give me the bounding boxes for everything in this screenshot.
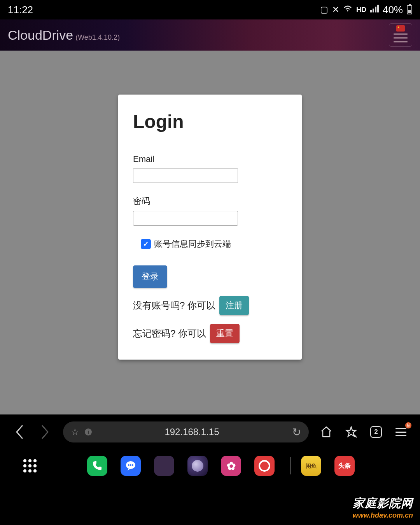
- password-input[interactable]: [133, 211, 238, 226]
- wifi-icon: [343, 5, 352, 15]
- samsung-apps-icon[interactable]: [154, 456, 174, 476]
- email-input[interactable]: [133, 168, 238, 183]
- svg-rect-3: [377, 5, 379, 12]
- home-button[interactable]: [319, 425, 334, 439]
- forward-button[interactable]: [37, 424, 53, 440]
- svg-point-8: [130, 464, 131, 466]
- app-header: CloudDrive (Web1.4.10.2): [0, 19, 420, 51]
- url-text: 192.168.1.15: [97, 427, 287, 437]
- camera-app-icon[interactable]: [254, 456, 275, 476]
- svg-rect-2: [375, 7, 376, 12]
- battery-icon: [407, 5, 412, 14]
- status-time: 11:22: [8, 4, 33, 16]
- flag-icon: [396, 25, 405, 32]
- svg-point-9: [132, 464, 133, 466]
- messages-app-icon[interactable]: [121, 456, 141, 476]
- app-drawer-button[interactable]: [23, 459, 37, 472]
- app-name: CloudDrive: [8, 28, 73, 43]
- menu-button[interactable]: [389, 23, 412, 47]
- sync-label: 账号信息同步到云端: [154, 238, 231, 250]
- status-icons: ▢ ✕ HD 40%: [320, 4, 412, 16]
- site-info-icon[interactable]: i: [85, 428, 92, 435]
- alarm-icon: ▢: [320, 5, 328, 15]
- tab-count: 2: [370, 426, 382, 438]
- password-group: 密码: [133, 195, 287, 226]
- gallery-app-icon[interactable]: [221, 456, 241, 476]
- bookmarks-button[interactable]: [344, 425, 359, 439]
- reset-button[interactable]: 重置: [210, 324, 240, 343]
- reset-row: 忘记密码? 你可以 重置: [133, 324, 287, 343]
- watermark-line2: www.hdav.com.cn: [353, 511, 413, 520]
- signal-icon: [370, 5, 379, 15]
- xianyu-app-icon[interactable]: 闲鱼: [301, 456, 321, 476]
- register-row: 没有账号吗? 你可以 注册: [133, 296, 287, 315]
- login-button[interactable]: 登录: [133, 265, 167, 288]
- toutiao-app-icon[interactable]: 头条: [334, 456, 355, 476]
- app-title: CloudDrive (Web1.4.10.2): [8, 28, 120, 43]
- svg-rect-0: [370, 10, 372, 12]
- back-button[interactable]: [12, 424, 27, 440]
- register-prompt: 没有账号吗? 你可以: [133, 299, 215, 312]
- page-content: Login Email 密码 ✓ 账号信息同步到云端 登录 没有账号吗? 你可以…: [0, 51, 420, 414]
- reset-prompt: 忘记密码? 你可以: [133, 327, 206, 340]
- url-bar[interactable]: ☆ i 192.168.1.15 ↻: [63, 421, 309, 442]
- reload-icon[interactable]: ↻: [292, 426, 301, 439]
- battery-percent: 40%: [383, 4, 403, 16]
- phone-app-icon[interactable]: [87, 456, 107, 476]
- browser-toolbar: ☆ i 192.168.1.15 ↻ 2 新: [0, 414, 420, 449]
- status-bar: 11:22 ▢ ✕ HD 40%: [0, 0, 420, 19]
- menu-badge: 新: [405, 422, 411, 428]
- svg-rect-1: [373, 9, 374, 12]
- svg-point-7: [128, 464, 130, 466]
- sync-checkbox-row[interactable]: ✓ 账号信息同步到云端: [141, 238, 287, 250]
- hd-icon: HD: [356, 6, 366, 14]
- bookmark-star-icon[interactable]: ☆: [71, 427, 79, 437]
- app-version: (Web1.4.10.2): [75, 33, 120, 42]
- password-label: 密码: [133, 195, 287, 207]
- samsung-browser-icon[interactable]: [187, 456, 208, 476]
- dock-separator: [290, 457, 291, 474]
- login-card: Login Email 密码 ✓ 账号信息同步到云端 登录 没有账号吗? 你可以…: [118, 95, 302, 360]
- register-button[interactable]: 注册: [219, 296, 249, 315]
- vibrate-icon: ✕: [332, 5, 339, 15]
- email-label: Email: [133, 154, 287, 164]
- system-dock: 闲鱼 头条: [0, 449, 420, 486]
- login-title: Login: [133, 111, 287, 132]
- tabs-button[interactable]: 2: [369, 425, 383, 439]
- sync-checkbox[interactable]: ✓: [141, 239, 151, 249]
- watermark-line1: 家庭影院网: [353, 495, 413, 511]
- browser-menu-button[interactable]: 新: [394, 425, 408, 439]
- email-group: Email: [133, 154, 287, 183]
- svg-line-5: [355, 435, 355, 436]
- watermark: 家庭影院网 www.hdav.com.cn: [353, 495, 413, 520]
